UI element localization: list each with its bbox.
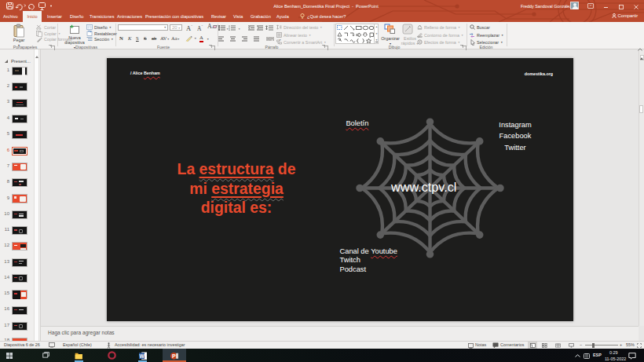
svg-text:W: W (139, 353, 145, 358)
svg-text:P: P (171, 353, 175, 358)
